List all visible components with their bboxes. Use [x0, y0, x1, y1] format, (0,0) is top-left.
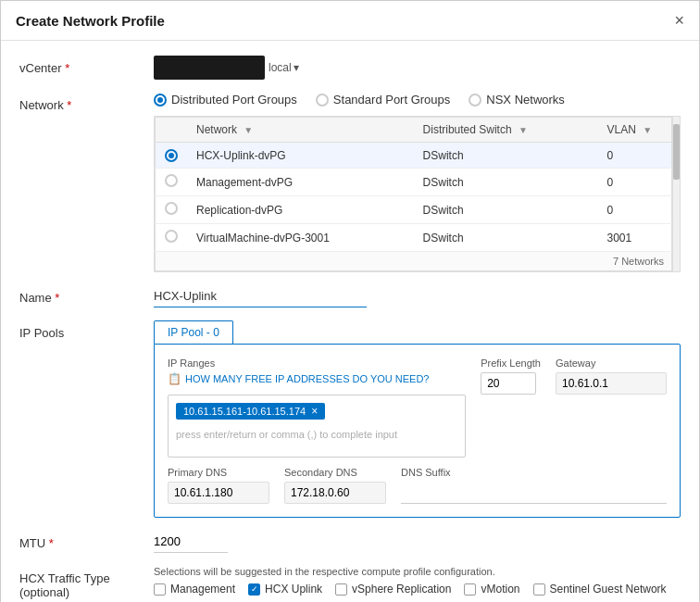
dialog-body: vCenter * local ▾ Network * [1, 41, 699, 602]
row-3-vlan: 3001 [598, 224, 672, 252]
how-many-link[interactable]: 📋 HOW MANY FREE IP ADDRESSES DO YOU NEED… [168, 372, 466, 385]
row-2-vlan: 0 [598, 196, 672, 224]
vsphere-replication-checkbox[interactable] [335, 583, 347, 596]
ip-tag-close[interactable]: × [311, 406, 318, 417]
ip-pool-box: IP Ranges 📋 HOW MANY FREE IP ADDRESSES D… [154, 344, 681, 518]
radio-nsx-circle [469, 94, 481, 107]
ip-pools-label: IP Pools [19, 320, 154, 340]
sentinel-checkbox[interactable] [533, 583, 545, 596]
ip-pools-content: IP Pool - 0 IP Ranges 📋 HOW MANY FREE IP… [154, 320, 681, 518]
hcx-uplink-checkbox[interactable]: ✓ [248, 583, 260, 596]
ip-tag: 10.61.15.161-10.61.15.174 × [176, 403, 325, 420]
radio-nsx[interactable]: NSX Networks [469, 93, 565, 107]
primary-dns-input[interactable] [168, 482, 269, 504]
vcenter-content: local ▾ [154, 56, 681, 80]
table-row[interactable]: Replication-dvPG DSwitch 0 [156, 196, 672, 224]
network-filter-icon[interactable]: ▼ [244, 125, 253, 135]
name-content [154, 285, 681, 307]
name-label: Name * [19, 285, 154, 305]
vcenter-row: vCenter * local ▾ [19, 56, 681, 80]
gateway-input[interactable] [556, 372, 667, 395]
mtu-row: MTU * [19, 531, 681, 553]
traffic-management[interactable]: Management [154, 583, 235, 596]
row-0-radio[interactable] [165, 149, 178, 162]
row-2-name: Replication-dvPG [187, 196, 414, 224]
row-3-switch: DSwitch [414, 224, 598, 252]
dialog-header: Create Network Profile × [1, 1, 699, 41]
secondary-dns-input[interactable] [284, 482, 386, 504]
vcenter-label: vCenter * [19, 56, 154, 75]
dns-suffix-group: DNS Suffix [401, 467, 667, 504]
ip-tag-placeholder: press enter/return or comma (,) to compl… [176, 429, 457, 440]
network-content: Distributed Port Groups Standard Port Gr… [154, 93, 681, 272]
network-table-inner: Network ▼ Distributed Switch ▼ VLAN [155, 117, 672, 271]
row-1-radio[interactable] [165, 174, 178, 187]
mtu-label: MTU * [19, 531, 154, 550]
ip-tag-input[interactable]: 10.61.15.161-10.61.15.174 × press enter/… [168, 395, 466, 458]
secondary-dns-group: Secondary DNS [284, 467, 386, 504]
radio-standard[interactable]: Standard Port Groups [316, 93, 450, 107]
table-row[interactable]: VirtualMachine-dvPG-3001 DSwitch 3001 [156, 224, 672, 252]
ip-ranges-label: IP Ranges [168, 357, 466, 369]
traffic-type-label: HCX Traffic Type (optional) [19, 566, 154, 599]
network-row: Network * Distributed Port Groups Standa… [19, 93, 681, 272]
switch-filter-icon[interactable]: ▼ [519, 125, 528, 135]
col-vlan[interactable]: VLAN ▼ [598, 118, 672, 143]
traffic-hint: Selections will be suggested in the resp… [154, 566, 681, 577]
secondary-dns-label: Secondary DNS [284, 467, 386, 478]
ip-pool-fields-row: IP Ranges 📋 HOW MANY FREE IP ADDRESSES D… [168, 357, 667, 458]
radio-standard-circle [316, 94, 329, 107]
row-1-switch: DSwitch [414, 169, 598, 196]
prefix-length-input[interactable] [481, 372, 536, 395]
mtu-content [154, 531, 681, 553]
network-table: Network ▼ Distributed Switch ▼ VLAN [155, 117, 672, 252]
ip-ranges-group: IP Ranges 📋 HOW MANY FREE IP ADDRESSES D… [168, 357, 466, 458]
vlan-filter-icon[interactable]: ▼ [643, 125, 652, 135]
row-2-radio[interactable] [165, 202, 178, 215]
prefix-length-label: Prefix Length [481, 357, 541, 369]
create-network-profile-dialog: Create Network Profile × vCenter * local… [0, 0, 700, 602]
table-row[interactable]: Management-dvPG DSwitch 0 [156, 169, 672, 196]
radio-distributed-circle [154, 94, 167, 107]
row-radio-cell [156, 224, 188, 252]
prefix-length-group: Prefix Length [481, 357, 541, 458]
col-switch[interactable]: Distributed Switch ▼ [414, 118, 598, 143]
name-input[interactable] [154, 285, 367, 307]
vmotion-checkbox[interactable] [464, 583, 476, 596]
ip-pool-tab[interactable]: IP Pool - 0 [154, 320, 233, 344]
col-network[interactable]: Network ▼ [187, 118, 414, 143]
management-checkbox[interactable] [154, 583, 166, 596]
dns-fields-row: Primary DNS Secondary DNS DNS Suffix [168, 467, 667, 504]
traffic-hcx-uplink[interactable]: ✓ HCX Uplink [248, 583, 322, 596]
table-scrollbar[interactable] [672, 117, 680, 271]
info-icon: 📋 [168, 372, 181, 385]
row-radio-cell [156, 143, 188, 169]
traffic-vsphere-replication[interactable]: vSphere Replication [335, 583, 451, 596]
radio-distributed[interactable]: Distributed Port Groups [154, 93, 297, 107]
table-scrollbar-thumb [673, 124, 680, 180]
gateway-group: Gateway [556, 357, 667, 458]
traffic-vmotion[interactable]: vMotion [464, 583, 519, 596]
vcenter-dropdown[interactable]: local ▾ [269, 61, 299, 74]
primary-dns-label: Primary DNS [168, 467, 269, 478]
mtu-input[interactable] [154, 531, 228, 553]
radio-distributed-label: Distributed Port Groups [171, 93, 297, 107]
row-3-radio[interactable] [165, 230, 178, 243]
table-row[interactable]: HCX-Uplink-dvPG DSwitch 0 [156, 143, 672, 169]
dns-suffix-label: DNS Suffix [401, 467, 667, 478]
traffic-sentinel[interactable]: Sentinel Guest Network [533, 583, 667, 596]
table-header-row: Network ▼ Distributed Switch ▼ VLAN [156, 118, 672, 143]
traffic-options: Management ✓ HCX Uplink vSphere Replicat… [154, 583, 681, 596]
dns-suffix-input[interactable] [401, 482, 667, 504]
radio-nsx-label: NSX Networks [486, 93, 565, 107]
row-0-vlan: 0 [598, 143, 672, 169]
row-0-name: HCX-Uplink-dvPG [187, 143, 414, 169]
network-radio-group: Distributed Port Groups Standard Port Gr… [154, 93, 681, 107]
close-button[interactable]: × [674, 12, 684, 29]
ip-pools-row: IP Pools IP Pool - 0 IP Ranges 📋 HOW MAN… [19, 320, 681, 518]
row-1-vlan: 0 [598, 169, 672, 196]
table-footer: 7 Networks [155, 252, 672, 271]
traffic-type-content: Selections will be suggested in the resp… [154, 566, 681, 596]
row-0-switch: DSwitch [414, 143, 598, 169]
traffic-type-row: HCX Traffic Type (optional) Selections w… [19, 566, 681, 599]
